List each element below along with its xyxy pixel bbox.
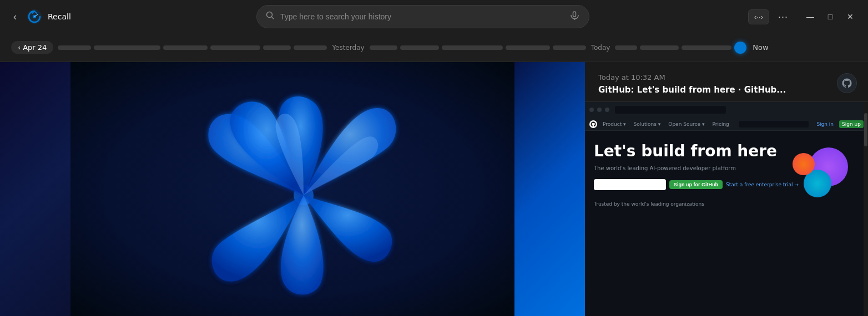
- close-button[interactable]: ✕: [841, 9, 859, 24]
- scrollbar-thumb[interactable]: [864, 113, 867, 146]
- today-label: Today: [589, 44, 613, 52]
- microphone-button[interactable]: [569, 10, 580, 23]
- gh-address-bar: [615, 106, 726, 114]
- windows-wallpaper: [0, 62, 585, 316]
- gh-dot-1: [589, 108, 594, 112]
- gh-dot-2: [597, 108, 602, 112]
- timeline-segment[interactable]: [506, 45, 550, 50]
- titlebar-right: ‹··› ··· — □ ✕: [748, 9, 859, 25]
- github-screenshot: Product ▾ Solutions ▾ Open Source ▾ Pric…: [585, 102, 868, 316]
- timeline-segment[interactable]: [58, 45, 91, 50]
- gh-enterprise-link[interactable]: Start a free enterprise trial →: [726, 182, 799, 187]
- timeline-segment[interactable]: [615, 45, 637, 50]
- window-controls: — □ ✕: [801, 9, 859, 24]
- main-content: Today at 10:32 AM GitHub: Let's build fr…: [0, 62, 868, 316]
- card-time: Today at 10:32 AM: [598, 73, 855, 81]
- timeline-segment[interactable]: [94, 45, 160, 50]
- card-header: Today at 10:32 AM GitHub: Let's build fr…: [585, 62, 868, 102]
- titlebar: ‹ Recall ‹··› ···: [0, 0, 868, 33]
- gh-nav-pricing: Pricing: [710, 121, 731, 127]
- timeline-segment[interactable]: [682, 45, 731, 50]
- timeline-segment[interactable]: [370, 45, 397, 50]
- gh-orb-orange: [793, 153, 815, 175]
- svg-line-3: [272, 17, 274, 19]
- timeline-segment[interactable]: [553, 45, 586, 50]
- svg-rect-4: [573, 12, 576, 17]
- card-title: GitHub: Let's build from here · GitHub..…: [598, 85, 855, 95]
- gh-logo: [589, 120, 597, 128]
- yesterday-label: Yesterday: [330, 44, 366, 52]
- gh-trusted-text: Trusted by the world's leading organizat…: [585, 201, 868, 207]
- gh-nav-solutions: Solutions ▾: [632, 121, 663, 127]
- search-bar[interactable]: [256, 5, 589, 28]
- timeline-now-indicator[interactable]: [734, 42, 746, 54]
- timeline-segment[interactable]: [163, 45, 208, 50]
- gh-nav-product: Product ▾: [600, 121, 628, 127]
- timeline-date-button[interactable]: ‹ Apr 24: [11, 41, 53, 54]
- timeline: ‹ Apr 24 Yesterday Today Now: [0, 33, 868, 62]
- maximize-button[interactable]: □: [821, 9, 839, 24]
- timeline-segment[interactable]: [263, 45, 291, 50]
- timeline-segments: Yesterday Today Now: [58, 42, 857, 54]
- card-screenshot: Product ▾ Solutions ▾ Open Source ▾ Pric…: [585, 102, 868, 316]
- code-button[interactable]: ‹··›: [748, 9, 769, 24]
- back-button[interactable]: ‹: [9, 9, 21, 25]
- search-input[interactable]: [280, 12, 563, 21]
- github-avatar-button[interactable]: [837, 73, 857, 93]
- timeline-segment[interactable]: [294, 45, 327, 50]
- search-icon: [266, 11, 275, 22]
- timeline-segment[interactable]: [210, 45, 260, 50]
- timeline-segment[interactable]: [400, 45, 439, 50]
- wallpaper-panel: [0, 62, 585, 316]
- gh-hero: Let's build from here The world's leadin…: [585, 131, 868, 201]
- info-panel: Today at 10:32 AM GitHub: Let's build fr…: [585, 62, 868, 316]
- gh-nav-open-source: Open Source ▾: [666, 121, 706, 127]
- timeline-back-chevron: ‹: [18, 43, 21, 52]
- titlebar-left: ‹ Recall: [9, 9, 98, 25]
- timeline-segment[interactable]: [442, 45, 503, 50]
- now-label: Now: [749, 43, 768, 52]
- more-options-button[interactable]: ···: [774, 9, 793, 25]
- gh-nav: Product ▾ Solutions ▾ Open Source ▾ Pric…: [585, 118, 868, 131]
- gh-browser-topbar: [585, 102, 868, 118]
- timeline-segment[interactable]: [640, 45, 679, 50]
- app-title: Recall: [48, 12, 71, 21]
- gh-email-input[interactable]: [594, 179, 666, 190]
- recall-app-icon: [27, 9, 42, 24]
- timeline-date-label: Apr 24: [23, 43, 47, 52]
- gh-signup-button[interactable]: Sign up for GitHub: [669, 180, 723, 189]
- scrollbar-track: [864, 102, 868, 316]
- minimize-button[interactable]: —: [801, 9, 819, 24]
- gh-dot-3: [605, 108, 609, 112]
